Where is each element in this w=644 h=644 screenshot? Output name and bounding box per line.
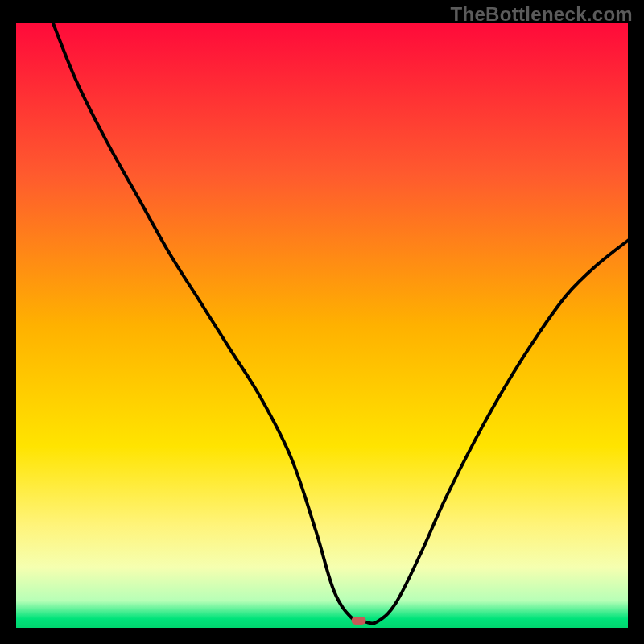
min-marker [352, 617, 366, 625]
chart-plot [16, 23, 628, 628]
chart-svg [16, 23, 628, 628]
chart-frame: TheBottleneck.com [0, 0, 644, 644]
chart-background [16, 23, 628, 628]
